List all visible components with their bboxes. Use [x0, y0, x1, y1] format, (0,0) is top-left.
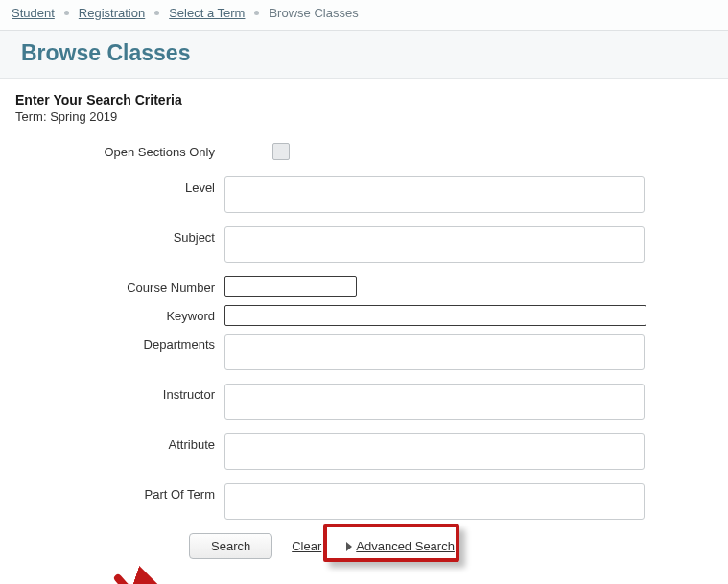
label-attribute: Attribute [15, 433, 224, 452]
label-level: Level [15, 176, 224, 195]
breadcrumb-student[interactable]: Student [12, 6, 55, 20]
page-title-area: Browse Classes [0, 31, 728, 79]
label-instructor: Instructor [15, 384, 224, 402]
subject-input[interactable] [224, 226, 645, 263]
advanced-search-link[interactable]: Advanced Search [341, 535, 460, 557]
caret-right-icon [346, 542, 352, 551]
clear-link[interactable]: Clear [292, 539, 321, 553]
label-open-sections: Open Sections Only [15, 141, 224, 159]
breadcrumb-sep-icon [254, 11, 259, 15]
attribute-input[interactable] [224, 433, 645, 470]
search-button[interactable]: Search [189, 533, 272, 559]
term-prefix: Term: [15, 109, 50, 124]
instructor-input[interactable] [224, 384, 645, 420]
breadcrumb-current: Browse Classes [269, 6, 358, 20]
search-form: Enter Your Search Criteria Term: Spring … [0, 79, 728, 584]
keyword-input[interactable] [224, 305, 646, 326]
level-input[interactable] [224, 176, 645, 213]
label-part-of-term: Part Of Term [15, 483, 224, 502]
annotation-arrow-icon [113, 573, 190, 584]
breadcrumb: Student Registration Select a Term Brows… [0, 0, 728, 31]
label-departments: Departments [15, 334, 224, 352]
search-heading: Enter Your Search Criteria [15, 92, 713, 107]
label-subject: Subject [15, 226, 224, 245]
departments-input[interactable] [224, 334, 645, 370]
breadcrumb-sep-icon [64, 11, 69, 15]
term-line: Term: Spring 2019 [15, 109, 713, 124]
term-value: Spring 2019 [50, 109, 117, 124]
course-number-input[interactable] [224, 276, 357, 297]
page-title: Browse Classes [21, 40, 707, 66]
breadcrumb-registration[interactable]: Registration [79, 6, 145, 20]
advanced-search-label: Advanced Search [356, 539, 455, 553]
breadcrumb-sep-icon [154, 11, 159, 15]
part-of-term-input[interactable] [224, 483, 645, 520]
label-keyword: Keyword [15, 305, 224, 323]
breadcrumb-select-term[interactable]: Select a Term [169, 6, 245, 20]
button-row: Search Clear Advanced Search [189, 533, 713, 559]
label-course-number: Course Number [15, 276, 224, 294]
open-sections-checkbox[interactable] [272, 143, 290, 160]
